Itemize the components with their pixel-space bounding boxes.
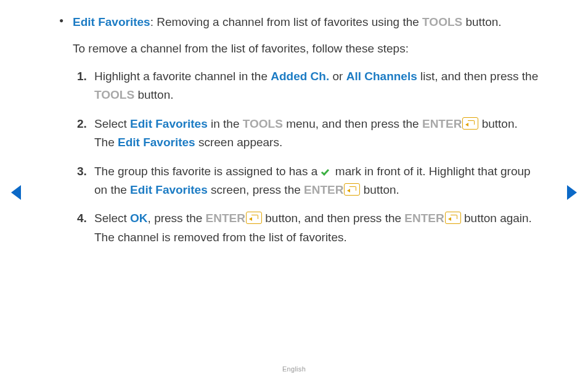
page-content: Edit Favorites: Removing a channel from … bbox=[0, 0, 588, 247]
step4-c: button, and then press the bbox=[262, 212, 404, 225]
enter-icon bbox=[462, 117, 478, 130]
all-channels-link: All Channels bbox=[346, 70, 417, 83]
prev-page-arrow[interactable] bbox=[11, 185, 21, 200]
edit-favorites-link: Edit Favorites bbox=[130, 183, 208, 196]
intro-bullet: Edit Favorites: Removing a channel from … bbox=[48, 14, 540, 31]
step2-c: menu, and then press the bbox=[283, 117, 422, 130]
step-4: Select OK, press the ENTER button, and t… bbox=[94, 209, 540, 247]
step1-c: button. bbox=[134, 88, 173, 101]
step2-a: Select bbox=[94, 117, 130, 130]
step2-b: in the bbox=[208, 117, 243, 130]
step2-e: screen appears. bbox=[195, 136, 283, 149]
ok-link: OK bbox=[130, 212, 148, 225]
edit-favorites-term: Edit Favorites bbox=[73, 15, 150, 28]
enter-key: ENTER bbox=[206, 212, 245, 225]
step3-c: screen, press the bbox=[208, 183, 304, 196]
step3-d: button. bbox=[360, 183, 399, 196]
step-3: The group this favorite is assigned to h… bbox=[94, 162, 540, 200]
tools-key: TOOLS bbox=[94, 88, 134, 101]
edit-favorites-link: Edit Favorites bbox=[130, 117, 208, 130]
step4-b: , press the bbox=[148, 212, 206, 225]
step3-a: The group this favorite is assigned to h… bbox=[94, 165, 321, 178]
intro-secondary: To remove a channel from the list of fav… bbox=[73, 40, 540, 58]
step-2: Select Edit Favorites in the TOOLS menu,… bbox=[94, 115, 540, 152]
footer-language: English bbox=[0, 364, 588, 375]
steps-list: Highlight a favorite channel in the Adde… bbox=[48, 67, 540, 247]
enter-key: ENTER bbox=[422, 117, 462, 130]
step-1: Highlight a favorite channel in the Adde… bbox=[94, 67, 540, 105]
enter-icon bbox=[344, 183, 360, 196]
intro-text-1: : Removing a channel from list of favori… bbox=[150, 15, 422, 28]
step1-or: or bbox=[329, 70, 346, 83]
enter-key: ENTER bbox=[304, 183, 343, 196]
tools-key: TOOLS bbox=[243, 117, 283, 130]
step1-a: Highlight a favorite channel in the bbox=[94, 70, 271, 83]
enter-key: ENTER bbox=[404, 212, 444, 225]
step4-a: Select bbox=[94, 212, 130, 225]
tools-key: TOOLS bbox=[422, 15, 462, 28]
intro-text-2: button. bbox=[462, 15, 501, 28]
next-page-arrow[interactable] bbox=[567, 185, 577, 200]
step1-b: list, and then press the bbox=[417, 70, 538, 83]
enter-icon bbox=[445, 212, 461, 224]
edit-favorites-link: Edit Favorites bbox=[118, 136, 195, 149]
enter-icon bbox=[246, 212, 262, 224]
added-ch-link: Added Ch. bbox=[271, 70, 329, 83]
check-icon bbox=[321, 167, 332, 176]
